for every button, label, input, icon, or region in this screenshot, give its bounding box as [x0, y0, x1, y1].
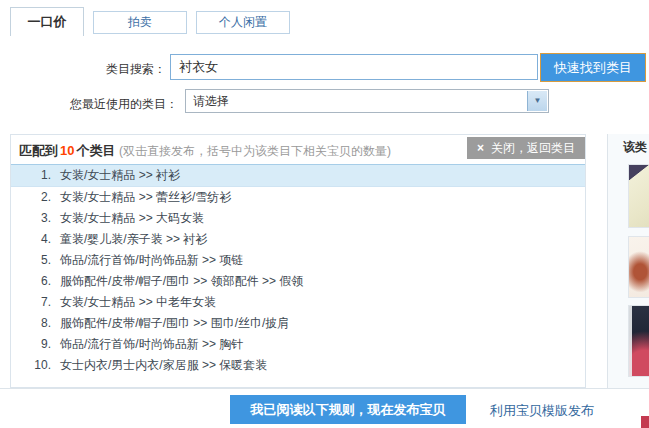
match-summary: 匹配到10个类目 (双击直接发布，括号中为该类目下相关宝贝的数量) [19, 142, 391, 160]
match-prefix: 匹配到 [19, 143, 58, 158]
tab-personal-idle[interactable]: 个人闲置 [196, 11, 290, 34]
close-return-category-button[interactable]: ×关闭，返回类目 [467, 137, 585, 159]
match-list: 1.女装/女士精品 >> 衬衫2.女装/女士精品 >> 蕾丝衫/雪纺衫3.女装/… [11, 165, 585, 376]
list-item[interactable]: 7.女装/女士精品 >> 中老年女装 [11, 292, 585, 313]
match-suffix: 个类目 [76, 143, 115, 158]
list-item-text: 女装/女士精品 >> 大码女装 [60, 211, 204, 225]
list-item-text: 女装/女士精品 >> 蕾丝衫/雪纺衫 [60, 190, 231, 204]
category-search-input[interactable] [170, 54, 538, 80]
quick-find-category-button[interactable]: 快速找到类目 [540, 53, 646, 82]
recent-category-selected-value: 请选择 [193, 94, 229, 108]
list-item-text: 服饰配件/皮带/帽子/围巾 >> 领部配件 >> 假领 [60, 274, 303, 288]
tab-auction[interactable]: 拍卖 [93, 11, 187, 34]
recent-category-select[interactable]: 请选择 ▼ [185, 89, 549, 113]
list-item[interactable]: 8.服饰配件/皮带/帽子/围巾 >> 围巾/丝巾/披肩 [11, 313, 585, 334]
list-item-text: 女士内衣/男士内衣/家居服 >> 保暖套装 [60, 358, 267, 372]
related-items-title: 该类 [623, 139, 647, 156]
list-item[interactable]: 4.童装/婴儿装/亲子装 >> 衬衫 [11, 229, 585, 250]
cropped-product-thumbnail [641, 416, 649, 428]
close-icon: × [477, 141, 484, 155]
use-template-link[interactable]: 利用宝贝模版发布 [490, 402, 594, 420]
list-item-number: 6. [11, 271, 51, 292]
scarf-product-thumbnail[interactable] [628, 305, 649, 377]
category-search-label: 类目搜索： [20, 61, 166, 78]
list-item[interactable]: 10.女士内衣/男士内衣/家居服 >> 保暖套装 [11, 355, 585, 376]
accessory-product-thumbnail[interactable] [628, 236, 649, 298]
matched-categories-panel: 匹配到10个类目 (双击直接发布，括号中为该类目下相关宝贝的数量) ×关闭，返回… [10, 134, 586, 388]
list-item[interactable]: 1.女装/女士精品 >> 衬衫 [11, 164, 585, 187]
matched-categories-header: 匹配到10个类目 (双击直接发布，括号中为该类目下相关宝贝的数量) ×关闭，返回… [11, 135, 585, 164]
list-item-number: 9. [11, 334, 51, 355]
list-item-text: 服饰配件/皮带/帽子/围巾 >> 围巾/丝巾/披肩 [60, 316, 289, 330]
list-item[interactable]: 9.饰品/流行首饰/时尚饰品新 >> 胸针 [11, 334, 585, 355]
list-item-text: 女装/女士精品 >> 衬衫 [60, 168, 180, 182]
list-item-number: 3. [11, 208, 51, 229]
list-item-number: 1. [11, 165, 51, 186]
shirt-product-thumbnail[interactable] [628, 164, 649, 228]
list-item-text: 饰品/流行首饰/时尚饰品新 >> 胸针 [60, 337, 243, 351]
publish-item-button[interactable]: 我已阅读以下规则，现在发布宝贝 [230, 395, 466, 424]
category-select-page: 一口价 拍卖 个人闲置 类目搜索： 快速找到类目 您最近使用的类目： 请选择 ▼… [0, 0, 649, 428]
match-count: 10 [58, 143, 76, 158]
list-item-text: 童装/婴儿装/亲子装 >> 衬衫 [60, 232, 207, 246]
chevron-down-icon[interactable]: ▼ [527, 91, 547, 111]
match-hint: (双击直接发布，括号中为该类目下相关宝贝的数量) [119, 144, 391, 158]
list-item-text: 女装/女士精品 >> 中老年女装 [60, 295, 216, 309]
list-item[interactable]: 6.服饰配件/皮带/帽子/围巾 >> 领部配件 >> 假领 [11, 271, 585, 292]
list-item[interactable]: 3.女装/女士精品 >> 大码女装 [11, 208, 585, 229]
list-item-text: 饰品/流行首饰/时尚饰品新 >> 项链 [60, 253, 243, 267]
list-item-number: 5. [11, 250, 51, 271]
recent-category-label: 您最近使用的类目： [20, 96, 178, 113]
list-item-number: 4. [11, 229, 51, 250]
list-item[interactable]: 5.饰品/流行首饰/时尚饰品新 >> 项链 [11, 250, 585, 271]
tab-fixed-price[interactable]: 一口价 [10, 7, 84, 36]
close-button-label: 关闭，返回类目 [491, 141, 575, 155]
list-item-number: 2. [11, 187, 51, 208]
list-item-number: 8. [11, 313, 51, 334]
related-items-panel: 该类 [607, 134, 649, 388]
list-item[interactable]: 2.女装/女士精品 >> 蕾丝衫/雪纺衫 [11, 187, 585, 208]
list-item-number: 10. [11, 355, 51, 376]
footer-divider [0, 388, 649, 389]
list-item-number: 7. [11, 292, 51, 313]
